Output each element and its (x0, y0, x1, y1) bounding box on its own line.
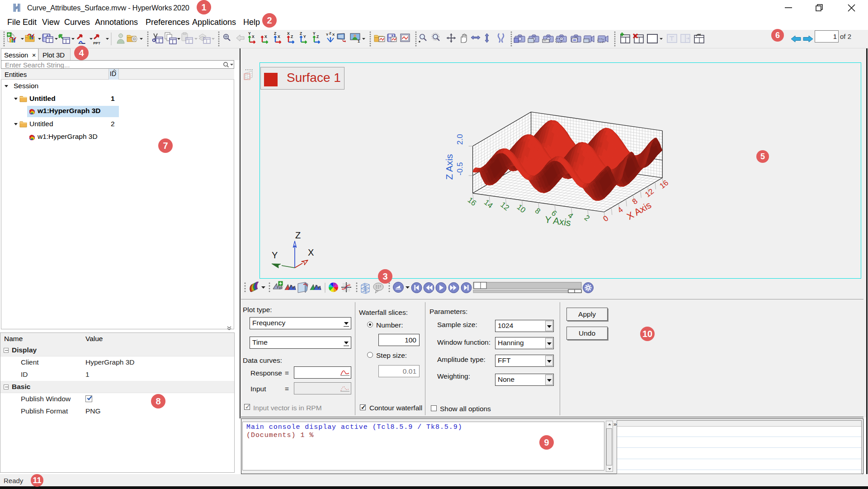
svg-text:X: X (264, 34, 267, 39)
svg-text:Z: Z (300, 31, 302, 36)
svg-text:Y: Y (272, 250, 278, 260)
svg-text:4: 4 (616, 205, 624, 215)
svg-text:2.0: 2.0 (456, 134, 464, 145)
svg-text:X: X (252, 34, 255, 39)
svg-text:X: X (278, 34, 280, 39)
svg-text:Z: Z (316, 34, 319, 39)
svg-text:Y: Y (303, 34, 306, 39)
svg-text:Z Axis: Z Axis (444, 154, 454, 180)
svg-text:0: 0 (601, 214, 610, 223)
svg-text:2: 2 (583, 214, 591, 223)
svg-text:14: 14 (482, 198, 495, 210)
svg-text:X Axis: X Axis (625, 199, 653, 222)
svg-text:Y: Y (326, 33, 329, 37)
svg-text:Y: Y (248, 31, 251, 36)
svg-text:X: X (287, 31, 290, 36)
svg-text:Y: Y (313, 31, 316, 36)
svg-text:12: 12 (643, 187, 656, 199)
svg-text:Z: Z (291, 34, 293, 39)
svg-text:Z: Z (274, 31, 276, 36)
svg-text:-0.5: -0.5 (456, 162, 464, 175)
svg-text:Z: Z (295, 230, 301, 240)
svg-text:X: X (308, 247, 314, 257)
svg-text:10: 10 (515, 203, 528, 215)
svg-text:1: 1 (358, 39, 360, 43)
svg-text:Z: Z (329, 31, 331, 35)
svg-text:PPT: PPT (93, 41, 100, 45)
svg-text:12: 12 (499, 200, 511, 213)
svg-text:16: 16 (466, 195, 478, 208)
svg-text:16: 16 (658, 178, 670, 190)
svg-text:8: 8 (533, 206, 542, 216)
svg-text:X: X (332, 33, 335, 37)
